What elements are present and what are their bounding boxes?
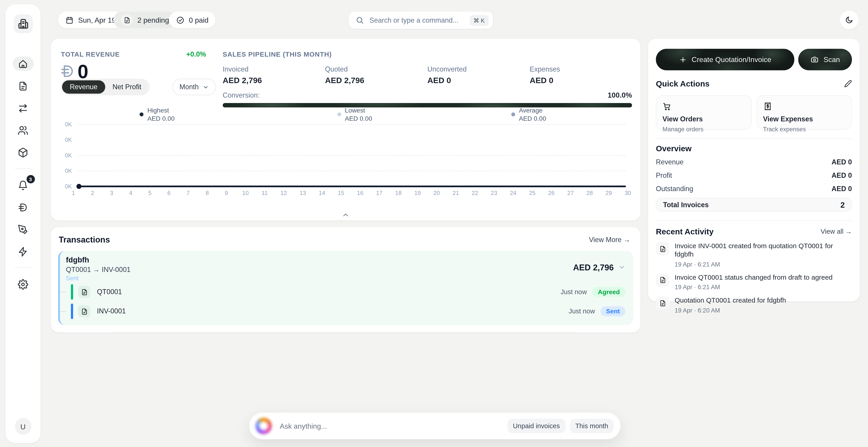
chevron-up-icon	[342, 211, 349, 219]
activity-item[interactable]: Quotation QT0001 created for fdgbfh 19 A…	[656, 296, 852, 313]
activity-doc-icon	[656, 296, 669, 310]
total-invoices-box: Total Invoices 2	[656, 198, 852, 212]
period-select[interactable]: Month	[172, 78, 216, 95]
quotation-color-bar	[71, 284, 73, 299]
edit-pencil-icon[interactable]	[844, 80, 852, 87]
x-tick: 24	[509, 190, 517, 196]
pen-tool-icon	[18, 224, 28, 234]
chip-unpaid-invoices[interactable]: Unpaid invoices	[507, 419, 565, 433]
pending-pill[interactable]: 2 pending	[114, 11, 176, 28]
transfer-arrows-icon	[18, 103, 28, 113]
sidebar-item-settings[interactable]	[12, 277, 33, 291]
status-badge-agreed: Agreed	[592, 287, 625, 297]
invoice-time: Just now	[569, 308, 595, 315]
receipt-icon	[763, 102, 845, 111]
ask-anything-input[interactable]	[279, 421, 503, 431]
scan-button[interactable]: Scan	[798, 49, 852, 70]
sidebar-item-home[interactable]	[12, 57, 33, 71]
x-tick: 14	[318, 190, 326, 196]
overview-row-profit: Profit AED 0	[656, 172, 852, 179]
user-avatar[interactable]: U	[15, 418, 31, 435]
sidebar-item-automations[interactable]	[12, 244, 33, 259]
chip-this-month[interactable]: This month	[570, 419, 614, 433]
app-logo[interactable]	[13, 14, 32, 33]
check-circle-icon	[176, 16, 185, 24]
view-all-link[interactable]: View all →	[821, 228, 852, 235]
package-icon	[18, 147, 28, 157]
chevron-down-icon	[203, 84, 209, 90]
average-dot-icon	[511, 113, 515, 117]
revenue-header: TOTAL REVENUE +0.0%	[61, 51, 206, 58]
shortcut-badge: ⌘ K	[469, 15, 489, 26]
grid-row: 0K	[61, 152, 626, 158]
date-pill[interactable]: Sun, Apr 19	[58, 11, 123, 28]
x-tick: 8	[204, 190, 211, 196]
revenue-value: 0	[61, 62, 88, 81]
recent-activity-title: Recent Activity	[656, 227, 714, 236]
x-tick: 4	[127, 190, 134, 196]
invoice-id: INV-0001	[97, 308, 126, 315]
customer-name: fdgbfh	[66, 256, 131, 264]
grid-row: 0K	[61, 167, 626, 174]
ai-assistant-bar[interactable]: Unpaid invoices This month	[249, 413, 620, 439]
x-tick: 20	[433, 190, 440, 196]
collapse-chart-button[interactable]	[341, 210, 350, 220]
revenue-amount: 0	[78, 62, 88, 81]
sidebar-item-customers[interactable]	[12, 123, 33, 137]
sidebar-item-notifications[interactable]: 3	[12, 178, 33, 192]
transactions-card: Transactions View More → fdgbfh QT0001 →…	[51, 227, 641, 332]
sidebar-item-design[interactable]	[12, 222, 33, 236]
view-expenses-card[interactable]: View Expenses Track expenses	[756, 95, 852, 130]
sidebar-item-products[interactable]	[12, 145, 33, 160]
sidebar: 3 U	[5, 4, 40, 443]
total-invoices-count: 2	[840, 200, 845, 209]
activity-doc-icon	[656, 242, 669, 255]
transaction-group-header: fdgbfh QT0001 → INV-0001 Sent AED 2,796	[66, 256, 625, 282]
grid-row: 0K	[61, 136, 626, 143]
transaction-row-invoice[interactable]: INV-0001 Just now Sent	[66, 302, 625, 320]
x-tick: 11	[261, 190, 268, 196]
building-logo-icon	[17, 18, 29, 30]
x-tick: 9	[223, 190, 230, 196]
grid-row-zero: 0K	[61, 183, 626, 189]
sidebar-item-invoices[interactable]	[12, 78, 33, 93]
sidebar-nav: 3	[12, 57, 33, 291]
overview-title: Overview	[656, 144, 852, 153]
quick-actions-title: Quick Actions	[656, 79, 710, 88]
x-tick: 30	[624, 190, 631, 196]
sidebar-item-transactions[interactable]	[12, 101, 33, 115]
lowest-dot-icon	[337, 113, 341, 117]
status-badge-sent: Sent	[600, 307, 625, 316]
bell-icon	[18, 180, 28, 190]
notification-badge: 3	[26, 175, 35, 184]
file-text-icon	[18, 81, 28, 91]
x-tick: 7	[185, 190, 192, 196]
command-search[interactable]: ⌘ K	[349, 11, 493, 29]
paid-pill[interactable]: 0 paid	[169, 11, 216, 28]
plus-icon	[679, 56, 687, 63]
dirham-currency-icon	[61, 64, 73, 78]
sidebar-item-payments[interactable]	[12, 200, 33, 215]
dirham-icon	[18, 202, 28, 213]
group-amount[interactable]: AED 2,796	[573, 262, 625, 272]
camera-icon	[810, 56, 818, 64]
transaction-row-quotation[interactable]: QT0001 Just now Agreed	[66, 283, 625, 301]
transaction-group[interactable]: fdgbfh QT0001 → INV-0001 Sent AED 2,796 …	[58, 251, 633, 325]
pending-doc-icon	[121, 14, 133, 26]
x-tick: 16	[356, 190, 364, 196]
x-tick: 15	[337, 190, 345, 196]
zap-icon	[18, 246, 28, 257]
activity-item[interactable]: Invoice INV-0001 created from quotation …	[656, 242, 852, 267]
activity-item[interactable]: Invoice QT0001 status changed from draft…	[656, 273, 852, 290]
dark-mode-toggle[interactable]	[840, 10, 859, 29]
pipeline-title: SALES PIPELINE (THIS MONTH)	[223, 51, 632, 58]
x-tick: 29	[605, 190, 612, 196]
activity-doc-icon	[656, 273, 669, 287]
search-input[interactable]	[368, 16, 465, 25]
pending-label: 2 pending	[137, 16, 169, 24]
tab-revenue[interactable]: Revenue	[62, 81, 105, 94]
tab-net-profit[interactable]: Net Profit	[105, 81, 149, 94]
view-orders-card[interactable]: View Orders Manage orders	[656, 95, 751, 130]
view-more-link[interactable]: View More →	[589, 236, 630, 244]
create-quotation-invoice-button[interactable]: Create Quotation/Invoice	[656, 49, 795, 70]
